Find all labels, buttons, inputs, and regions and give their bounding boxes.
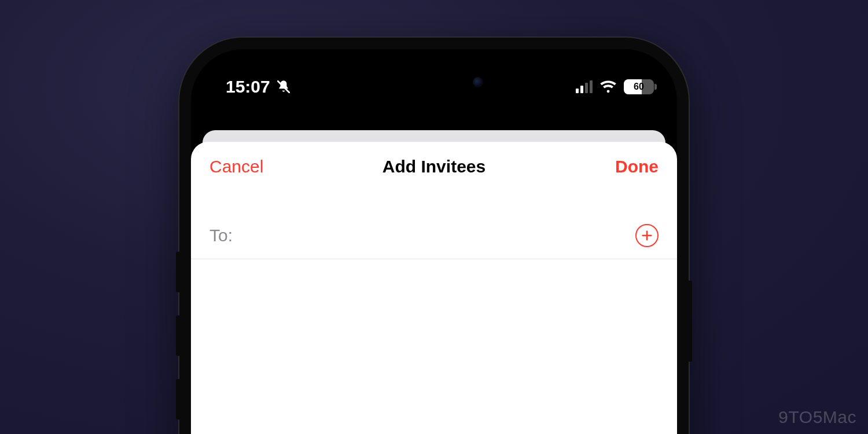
- cancel-button[interactable]: Cancel: [209, 157, 296, 176]
- add-contact-button[interactable]: [635, 224, 659, 247]
- to-label: To:: [209, 226, 233, 245]
- status-left: 15:07: [226, 77, 291, 97]
- add-invitees-sheet: Cancel Add Invitees Done To:: [191, 142, 677, 434]
- front-camera: [473, 77, 483, 87]
- status-right: 60: [576, 79, 654, 94]
- done-button[interactable]: Done: [572, 157, 659, 176]
- watermark: 9TO5Mac: [778, 407, 856, 427]
- cellular-signal-icon: [576, 80, 593, 93]
- phone-frame: 15:07 60: [179, 38, 689, 434]
- to-field-row: To:: [191, 212, 677, 259]
- battery-indicator: 60: [624, 79, 654, 94]
- status-time: 15:07: [226, 77, 270, 97]
- sheet-title: Add Invitees: [296, 157, 572, 176]
- phone-screen: 15:07 60: [191, 49, 677, 434]
- wifi-icon: [599, 80, 617, 94]
- silent-bell-icon: [276, 79, 291, 94]
- sheet-nav-bar: Cancel Add Invitees Done: [191, 142, 677, 192]
- modal-sheet-stack: Cancel Add Invitees Done To:: [191, 130, 677, 434]
- plus-icon: [641, 229, 653, 242]
- to-input[interactable]: [241, 226, 635, 245]
- dynamic-island: [373, 67, 495, 98]
- battery-percent-label: 60: [624, 79, 654, 94]
